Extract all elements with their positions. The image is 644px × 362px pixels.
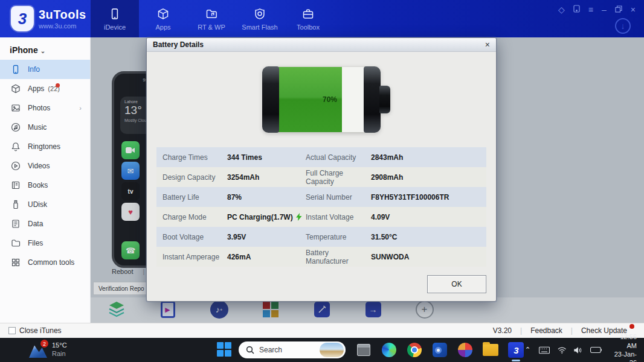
taskbar-file-explorer[interactable]: [482, 341, 499, 358]
taskbar-desktop-app[interactable]: [355, 341, 372, 358]
sidebar-item-books[interactable]: Books: [0, 176, 90, 195]
sidebar-item-apps[interactable]: Apps (22): [0, 79, 90, 98]
3utools-window: 3 3uTools www.3u.com iDevice Apps: [0, 0, 644, 362]
sidebar: iPhone⌄ Info Apps (22) Photos › Music Ri…: [0, 37, 91, 323]
dialog-title: Battery Details: [153, 40, 204, 49]
active-app-indicator: [512, 360, 520, 361]
windows-taskbar: 2 15°C Rain Search 3 ⌃: [0, 338, 644, 362]
menu-icon[interactable]: ≡: [588, 5, 593, 14]
sidebar-item-ringtones[interactable]: Ringtones: [0, 137, 90, 156]
battery-cap-right: [364, 66, 381, 133]
sidebar-item-videos[interactable]: Videos: [0, 156, 90, 176]
usb-disk-icon: [11, 200, 21, 209]
taskbar-clock[interactable]: 12:56 AM 23-Jan-26: [610, 332, 637, 362]
table-row: Charge Times 344 Times Actual Capacity 2…: [156, 147, 486, 167]
dialog-titlebar[interactable]: Battery Details ×: [147, 38, 496, 52]
apps-cube-icon: [11, 84, 21, 94]
keyboard-icon[interactable]: [539, 346, 550, 354]
window-icon: [357, 344, 370, 356]
sidebar-item-common-tools[interactable]: Common tools: [0, 253, 90, 272]
document-icon: [11, 219, 21, 229]
version-label: V3.20: [485, 326, 520, 335]
taskbar-chrome[interactable]: [406, 341, 423, 358]
wifi-icon[interactable]: [558, 346, 566, 354]
taskbar-mail[interactable]: [431, 341, 448, 358]
battery-fill: 70%: [278, 67, 342, 132]
table-row: Boot Voltage 3.95V Temperature 31.50°C: [156, 227, 486, 247]
weather-alert-badge: 2: [40, 340, 48, 348]
book-icon: [11, 180, 21, 190]
sidebar-item-info[interactable]: Info: [0, 60, 90, 79]
sidebar-item-data[interactable]: Data: [0, 214, 90, 233]
weather-condition: Rain: [52, 350, 67, 358]
sidebar-item-music[interactable]: Music: [0, 118, 90, 137]
search-icon: [246, 346, 254, 354]
weather-temp: 15°C: [52, 341, 67, 350]
download-center-icon[interactable]: ↓: [615, 18, 631, 34]
close-itunes-checkbox[interactable]: Close iTunes: [8, 326, 62, 335]
tab-apps[interactable]: Apps: [139, 0, 187, 37]
app-site: www.3u.com: [39, 22, 86, 30]
table-row: Design Capacity 3254mAh Full Charge Capa…: [156, 167, 486, 187]
update-notification-dot: [630, 324, 634, 329]
taskbar-search[interactable]: Search: [239, 341, 346, 358]
video-play-icon: [11, 161, 21, 171]
volume-icon[interactable]: [574, 346, 582, 354]
battery-graphic-zone: 70%: [147, 52, 496, 147]
device-selector[interactable]: iPhone⌄: [0, 37, 90, 60]
idevice-icon: [109, 7, 121, 21]
sidebar-item-udisk[interactable]: UDisk: [0, 195, 90, 214]
tray-expand-icon[interactable]: ⌃: [524, 346, 530, 354]
search-label: Search: [259, 346, 282, 354]
ringtone-wallpaper-icon: [205, 7, 217, 21]
start-button[interactable]: [217, 342, 231, 358]
tab-rt-wp[interactable]: RT & WP: [187, 0, 236, 37]
app-name: 3uTools: [39, 8, 86, 22]
close-window-button[interactable]: ×: [631, 5, 636, 14]
edge-icon: [382, 343, 396, 357]
main-nav: iDevice Apps RT & WP Smart Flash: [91, 0, 332, 37]
apps-notification-dot: [56, 83, 60, 87]
checkbox-icon[interactable]: [8, 327, 16, 334]
tab-smart-flash[interactable]: Smart Flash: [236, 0, 284, 37]
clock-date: 23-Jan-26: [610, 350, 637, 362]
ok-button[interactable]: OK: [427, 275, 486, 293]
battery-percent-label: 70%: [323, 95, 337, 104]
taskbar-photos[interactable]: [457, 341, 474, 358]
tab-idevice[interactable]: iDevice: [91, 0, 139, 37]
grid-icon: [11, 258, 21, 267]
vip-diamond-icon[interactable]: ◇: [558, 5, 565, 14]
chevron-down-icon: ⌄: [40, 48, 45, 54]
sidebar-item-photos[interactable]: Photos ›: [0, 98, 90, 118]
battery-tray-icon[interactable]: [590, 346, 602, 354]
sidebar-item-files[interactable]: Files: [0, 233, 90, 253]
dialog-close-button[interactable]: ×: [485, 40, 490, 49]
taskbar-edge[interactable]: [381, 341, 398, 358]
battery-cap-left: [262, 66, 279, 133]
battery-graphic: 70%: [262, 66, 381, 133]
battery-stats-table: Charge Times 344 Times Actual Capacity 2…: [156, 147, 486, 267]
tab-toolbox[interactable]: Toolbox: [284, 0, 332, 37]
device-mode-icon[interactable]: [573, 5, 580, 14]
taskbar-weather-widget[interactable]: 2 15°C Rain: [29, 341, 67, 358]
smart-flash-icon: [254, 7, 266, 21]
taskbar-3utools[interactable]: 3: [507, 341, 524, 358]
bell-icon: [11, 142, 21, 151]
music-icon: [11, 122, 21, 132]
table-row: Charge Mode PC Charging(1.7W) Instant Vo…: [156, 207, 486, 227]
top-bar: 3 3uTools www.3u.com iDevice Apps: [0, 0, 644, 37]
system-tray: ⌃ 12:56 AM 23-Jan-26: [524, 332, 637, 362]
minimize-button[interactable]: –: [602, 5, 607, 14]
table-row: Battery Life 87% Serial Number F8YH5Y31T…: [156, 187, 486, 207]
clock-time: 12:56 AM: [610, 332, 637, 350]
chrome-icon: [407, 343, 422, 357]
charging-bolt-icon: [296, 213, 302, 221]
chevron-right-icon: ›: [79, 104, 82, 112]
maximize-button[interactable]: [615, 5, 622, 14]
photos-pinwheel-icon: [458, 343, 472, 357]
battery-terminal: [379, 86, 390, 113]
3utools-taskbar-icon: 3: [508, 342, 524, 358]
app-logo: 3 3uTools www.3u.com: [11, 6, 86, 31]
explorer-folder-icon: [483, 344, 498, 356]
taskbar-apps: 3: [355, 341, 524, 358]
